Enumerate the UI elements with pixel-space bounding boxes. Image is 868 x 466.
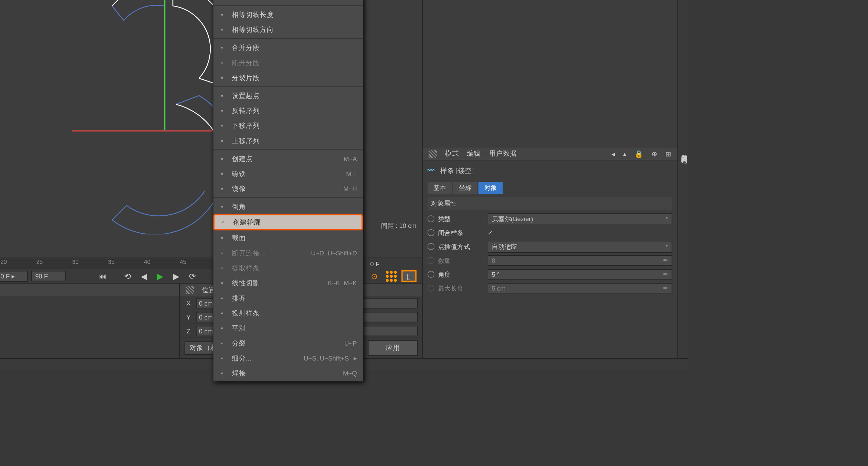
count-input: 8◂▸	[488, 255, 672, 266]
attr-nav-back[interactable]: ◂	[611, 150, 615, 158]
total-frames[interactable]: 90 F	[31, 271, 66, 281]
attr-title: 样条 [镂空]	[440, 166, 474, 176]
angle-input[interactable]: 5 °◂▸	[488, 269, 672, 280]
spline-icon: 〰	[428, 167, 437, 176]
attr-tabs: 基本 坐标 对象	[428, 182, 672, 194]
ctx-item[interactable]: ◦细分...U~S, U~Shift+S▸	[213, 351, 363, 366]
ctx-item[interactable]: ◦相等切线长度	[213, 7, 363, 22]
attr-menubar: 模式 编辑 用户数据 ◂ ▴ 🔒 ⊕ ⊞	[423, 148, 677, 160]
next-key[interactable]: ⟳	[186, 270, 199, 282]
object-tree[interactable]: 〰 中间部分 ✕ 〰 镂空 ✓	[423, 0, 677, 148]
ctx-item[interactable]: ◦断开分段	[213, 55, 363, 70]
ctx-item[interactable]: ◦相等切线方向	[213, 22, 363, 37]
attr-lock-icon[interactable]: 🔒	[635, 150, 643, 158]
ctx-item[interactable]: ◦断开连接...U~D, U~Shift+D	[213, 246, 363, 260]
ctx-item[interactable]: ◦截面	[213, 230, 363, 245]
pos-icon	[186, 286, 194, 294]
ctx-item[interactable]: ◦倒角	[213, 199, 363, 214]
ctx-item[interactable]: ◦磁铁M~I	[213, 166, 363, 181]
ctx-item[interactable]: ◦排齐	[213, 291, 363, 306]
ctx-item[interactable]: ◦创建轮廓	[213, 214, 363, 231]
tab-object[interactable]: 对象	[478, 182, 503, 194]
close-spline-check[interactable]	[488, 229, 493, 236]
ctx-item[interactable]: ◦设置起点	[213, 88, 363, 103]
ctx-item[interactable]: ◦创建点M~A	[213, 151, 363, 166]
timeline-end-field[interactable]: 0 F	[370, 260, 416, 267]
ctx-item[interactable]: ◦反转序列	[213, 103, 363, 118]
autokey-button[interactable]: ⊙	[368, 270, 381, 282]
attr-nav-up[interactable]: ▴	[623, 150, 626, 158]
attr-menu-userdata[interactable]: 用户数据	[489, 149, 517, 159]
section-header: 对象属性	[428, 197, 672, 210]
attr-menu-edit[interactable]: 编辑	[467, 149, 481, 159]
ctx-item[interactable]: ◦提取样条	[213, 260, 363, 275]
type-select[interactable]: 贝塞尔(Bezier)▾	[488, 213, 672, 225]
right-tab-bar[interactable]: 内容浏览器 构造	[677, 0, 688, 358]
next-frame[interactable]: ▶	[170, 270, 183, 282]
ctx-item[interactable]: ◦合并分段	[213, 40, 363, 55]
ctx-item[interactable]: ◦分裂U~P	[213, 336, 363, 351]
animation-mode[interactable]: ▯	[401, 270, 416, 282]
tab-basic[interactable]: 基本	[428, 182, 452, 194]
interp-select[interactable]: 自动适应▾	[488, 240, 672, 253]
attr-new-icon[interactable]: ⊕	[652, 150, 657, 158]
ctx-item[interactable]: ◦平滑	[213, 321, 363, 335]
ctx-item[interactable]: ◦上移序列	[213, 133, 363, 148]
attr-menu-mode[interactable]: 模式	[445, 149, 459, 159]
prev-key[interactable]: ⟲	[121, 270, 134, 282]
range-end[interactable]: 90 F ▸	[0, 271, 28, 281]
apply-button[interactable]: 应用	[368, 340, 418, 356]
ctx-item[interactable]: ◦分裂片段	[213, 70, 363, 85]
tab-coord[interactable]: 坐标	[453, 182, 477, 194]
play-button[interactable]: ▶	[154, 270, 167, 282]
ctx-item[interactable]: ◦投射样条	[213, 306, 363, 321]
goto-start[interactable]: ⏮	[96, 270, 109, 282]
ctx-item[interactable]: ◦下移序列	[213, 118, 363, 133]
context-menu: ◦撤销(动作)Shift+Z◦框显选取元素Alt+S, S◦刚性插值◦柔性插值◦…	[213, 0, 363, 381]
prev-frame[interactable]: ◀	[138, 270, 151, 282]
tool-hint: 间距 : 10 cm	[381, 222, 416, 231]
spline-object[interactable]	[72, 0, 233, 236]
ctx-item[interactable]: ◦线性切割K~K, M~K	[213, 275, 363, 290]
attribute-panel: 〰 样条 [镂空] 基本 坐标 对象 对象属性 类型贝塞尔(Bezier)▾ 闭…	[423, 160, 677, 358]
attr-expand-icon[interactable]: ⊞	[665, 150, 671, 158]
ctx-item[interactable]: ◦柔性插值	[213, 0, 363, 4]
ctx-item[interactable]: ◦镜像M~H	[213, 181, 363, 196]
maxlen-input: 5 cm◂▸	[488, 283, 672, 293]
ctx-item[interactable]: ◦焊接M~Q	[213, 366, 363, 381]
key-options[interactable]	[384, 270, 398, 282]
